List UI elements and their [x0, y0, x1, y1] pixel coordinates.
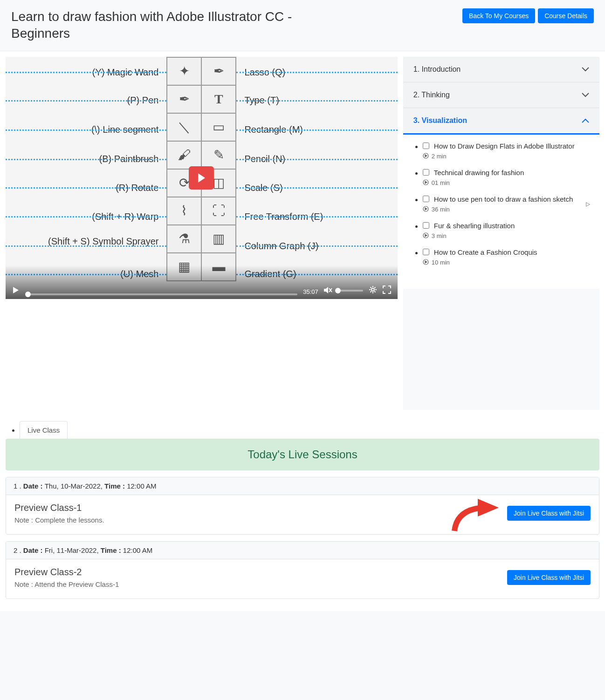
join-live-class-button[interactable]: Join Live Class with Jitsi — [507, 506, 591, 521]
course-details-button[interactable]: Course Details — [538, 8, 594, 23]
volume-slider[interactable] — [335, 290, 363, 292]
section-visualization[interactable]: 3. Visualization — [403, 108, 599, 135]
video-player[interactable]: ✦✒ ✒T ＼▭ 🖌✎ ⟳◫ ⌇⛶ ⚗▥ ▦▬ (Y) Magic Wand (… — [6, 57, 398, 299]
course-sidebar: 1. Introduction 2. Thinking 3. Visualiza… — [403, 57, 599, 410]
section-thinking[interactable]: 2. Thinking — [403, 82, 599, 108]
lesson-title[interactable]: How to Draw Design Flats in Adobe Illust… — [434, 142, 575, 150]
lesson-item: How to Create a Fashion Croquis 10 min — [423, 248, 589, 266]
chevron-up-icon — [582, 117, 589, 124]
play-circle-icon — [423, 179, 429, 187]
session-header: 1 . Date : Thu, 10-Mar-2022, Time : 12:0… — [6, 477, 599, 495]
settings-gear-icon[interactable] — [369, 285, 377, 295]
lesson-duration: 36 min — [432, 206, 450, 213]
lesson-checkbox[interactable] — [423, 169, 429, 176]
lesson-title[interactable]: Technical drawing for fashion — [434, 169, 524, 177]
play-icon[interactable] — [12, 286, 20, 295]
lesson-duration: 10 min — [432, 259, 450, 266]
session-card: 1 . Date : Thu, 10-Mar-2022, Time : 12:0… — [6, 477, 599, 535]
session-note: Note : Complete the lessons. — [14, 516, 104, 524]
lesson-checkbox[interactable] — [423, 143, 429, 149]
page-header: Learn to draw fashion with Adobe Illustr… — [0, 0, 605, 51]
session-header: 2 . Date : Fri, 11-Mar-2022, Time : 12:0… — [6, 542, 599, 559]
svg-marker-11 — [425, 208, 427, 210]
play-circle-icon — [423, 206, 429, 213]
video-thumbnail: ✦✒ ✒T ＼▭ 🖌✎ ⟳◫ ⌇⛶ ⚗▥ ▦▬ (Y) Magic Wand (… — [6, 57, 398, 299]
arrow-pointer-icon — [450, 496, 501, 533]
lesson-item: How to use pen tool to draw a fashion sk… — [423, 195, 589, 213]
play-circle-icon — [423, 259, 429, 266]
lesson-duration: 2 min — [432, 153, 447, 160]
lesson-duration: 01 min — [432, 179, 450, 186]
tool-label: (Shift + S) Symbol Sprayer — [48, 236, 158, 246]
svg-marker-16 — [478, 499, 499, 517]
fullscreen-icon[interactable] — [383, 285, 391, 295]
video-center-play-button[interactable] — [189, 166, 214, 190]
lesson-list: How to Draw Design Flats in Adobe Illust… — [403, 135, 599, 279]
lesson-item: Technical drawing for fashion 01 min — [423, 169, 589, 187]
section-label: 3. Visualization — [413, 116, 467, 125]
lesson-checkbox[interactable] — [423, 222, 429, 229]
back-to-courses-button[interactable]: Back To My Courses — [462, 8, 535, 23]
lesson-title[interactable]: Fur & shearling illustration — [434, 222, 515, 230]
progress-bar[interactable] — [25, 293, 297, 295]
session-title: Preview Class-1 — [14, 503, 104, 513]
lesson-checkbox[interactable] — [423, 196, 429, 202]
video-controls: 35:07 — [6, 265, 398, 299]
svg-marker-2 — [324, 287, 328, 293]
video-time: 35:07 — [303, 288, 318, 295]
play-circle-icon — [423, 153, 429, 160]
current-lesson-indicator-icon: ▷ — [586, 201, 590, 207]
session-card: 2 . Date : Fri, 11-Mar-2022, Time : 12:0… — [6, 541, 599, 599]
session-note: Note : Attend the Preview Class-1 — [14, 580, 119, 588]
volume-muted-icon[interactable] — [324, 286, 332, 295]
chevron-down-icon — [582, 91, 589, 99]
chevron-down-icon — [582, 66, 589, 73]
tab-live-class[interactable]: Live Class — [20, 421, 68, 439]
play-circle-icon — [423, 232, 429, 240]
header-buttons: Back To My Courses Course Details — [462, 8, 594, 23]
lesson-item: Fur & shearling illustration 3 min — [423, 222, 589, 240]
section-label: 2. Thinking — [413, 91, 450, 99]
lesson-duration: 3 min — [432, 232, 447, 239]
lesson-item: How to Draw Design Flats in Adobe Illust… — [423, 142, 589, 160]
course-title: Learn to draw fashion with Adobe Illustr… — [11, 8, 314, 42]
svg-marker-13 — [425, 234, 427, 237]
lesson-checkbox[interactable] — [423, 249, 429, 255]
lesson-title[interactable]: How to Create a Fashion Croquis — [434, 248, 537, 256]
svg-marker-7 — [425, 155, 427, 157]
section-introduction[interactable]: 1. Introduction — [403, 57, 599, 82]
join-live-class-button[interactable]: Join Live Class with Jitsi — [507, 570, 591, 585]
svg-marker-1 — [13, 287, 19, 293]
ad-space — [403, 289, 599, 410]
sessions-banner: Today's Live Sessions — [6, 439, 599, 470]
section-label: 1. Introduction — [413, 65, 461, 74]
svg-point-5 — [371, 288, 374, 291]
svg-marker-9 — [425, 181, 427, 183]
session-title: Preview Class-2 — [14, 567, 119, 578]
svg-marker-15 — [425, 261, 427, 263]
lesson-title[interactable]: How to use pen tool to draw a fashion sk… — [434, 195, 573, 203]
svg-marker-0 — [198, 173, 205, 183]
